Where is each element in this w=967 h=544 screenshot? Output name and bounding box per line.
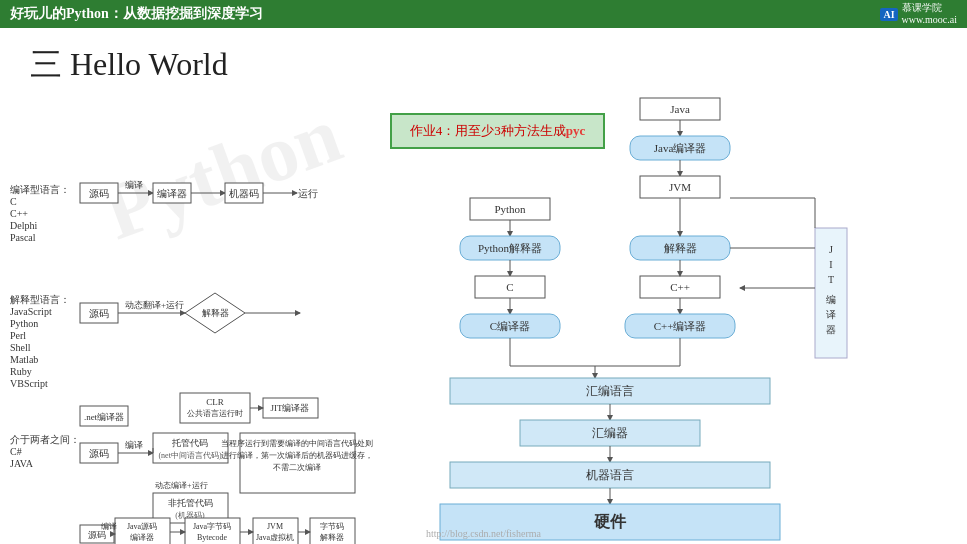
svg-text:T: T — [828, 274, 834, 285]
svg-text:字节码: 字节码 — [320, 522, 344, 531]
svg-text:C#: C# — [10, 446, 22, 457]
svg-text:JAVA: JAVA — [10, 458, 34, 469]
assignment-box: 作业4：用至少3种方法生成pyc — [390, 113, 605, 149]
svg-text:源码: 源码 — [89, 188, 109, 199]
svg-text:编译: 编译 — [125, 440, 143, 450]
svg-text:公共语言运行时: 公共语言运行时 — [187, 409, 243, 418]
svg-text:Delphi: Delphi — [10, 220, 37, 231]
svg-text:Python: Python — [10, 318, 38, 329]
bottom-watermark: http://blog.csdn.net/fisherma — [426, 528, 541, 539]
svg-text:编: 编 — [826, 294, 836, 305]
svg-text:Java源码: Java源码 — [127, 522, 157, 531]
assignment-text: 作业4：用至少3种方法生成 — [410, 122, 566, 140]
svg-text:Matlab: Matlab — [10, 354, 38, 365]
main-content: Python 三 Hello World 作业4：用至少3种方法生成pyc 编译… — [0, 28, 967, 544]
svg-text:C++编译器: C++编译器 — [654, 320, 707, 332]
svg-text:机器码: 机器码 — [229, 188, 259, 199]
svg-text:I: I — [829, 259, 832, 270]
svg-text:C: C — [10, 196, 17, 207]
svg-text:C编译器: C编译器 — [490, 320, 530, 332]
svg-text:编译器: 编译器 — [130, 533, 154, 542]
svg-text:C++: C++ — [670, 281, 690, 293]
svg-text:不需二次编译: 不需二次编译 — [273, 463, 321, 472]
svg-text:JavaScript: JavaScript — [10, 306, 52, 317]
svg-text:动态编译+运行: 动态编译+运行 — [155, 481, 208, 490]
svg-text:JVM: JVM — [267, 522, 283, 531]
logo-text: 慕课学院 www.mooc.ai — [902, 2, 957, 26]
svg-text:机器语言: 机器语言 — [586, 468, 634, 482]
svg-text:Perl: Perl — [10, 330, 26, 341]
svg-text:解释器: 解释器 — [664, 242, 697, 254]
right-chart-svg: Java Java编译器 JVM Python Python解释器 解释器 C — [420, 88, 940, 544]
svg-text:Java编译器: Java编译器 — [654, 142, 707, 154]
svg-text:J: J — [829, 244, 833, 255]
compiled-lang-label: 编译型语言： — [10, 184, 70, 195]
svg-text:介于两者之间：: 介于两者之间： — [10, 434, 80, 445]
svg-text:Java字节码: Java字节码 — [193, 522, 231, 531]
top-bar: 好玩儿的Python：从数据挖掘到深度学习 AI 慕课学院 www.mooc.a… — [0, 0, 967, 28]
svg-text:编译: 编译 — [125, 180, 143, 190]
assignment-highlight: pyc — [566, 123, 586, 139]
svg-text:Shell: Shell — [10, 342, 31, 353]
svg-text:汇编器: 汇编器 — [592, 426, 628, 440]
svg-text:汇编语言: 汇编语言 — [586, 384, 634, 398]
left-chart-svg: 编译型语言： C C++ Delphi Pascal 源码 编译 编译器 机器码… — [5, 88, 425, 544]
logo-icon: AI — [880, 8, 897, 21]
logo-area: AI 慕课学院 www.mooc.ai — [880, 2, 957, 26]
svg-text:解释型语言：: 解释型语言： — [10, 294, 70, 305]
top-bar-title: 好玩儿的Python：从数据挖掘到深度学习 — [10, 5, 263, 23]
svg-text:JVM: JVM — [669, 181, 691, 193]
svg-text:源码: 源码 — [89, 448, 109, 459]
svg-text:译: 译 — [826, 309, 836, 320]
svg-text:Java虚拟机: Java虚拟机 — [256, 533, 294, 542]
svg-text:动态翻译+运行: 动态翻译+运行 — [125, 300, 184, 310]
page-heading: 三 Hello World — [30, 43, 228, 87]
svg-text:托管代码: 托管代码 — [171, 438, 208, 448]
svg-text:器: 器 — [826, 324, 836, 335]
svg-text:VBScript: VBScript — [10, 378, 48, 389]
svg-text:C: C — [506, 281, 513, 293]
svg-text:源码: 源码 — [89, 308, 109, 319]
svg-text:编译: 编译 — [101, 522, 117, 531]
svg-text:Bytecode: Bytecode — [197, 533, 228, 542]
svg-text:JIT编译器: JIT编译器 — [271, 403, 310, 413]
svg-text:源码: 源码 — [88, 530, 106, 540]
svg-text:硬件: 硬件 — [593, 513, 627, 530]
svg-text:.net编译器: .net编译器 — [84, 412, 124, 422]
svg-text:当程序运行到需要编译的中间语言代码处则: 当程序运行到需要编译的中间语言代码处则 — [221, 439, 373, 448]
svg-text:Java: Java — [670, 103, 690, 115]
svg-text:解释器: 解释器 — [202, 308, 229, 318]
svg-text:进行编译，第一次编译后的机器码进缓存，: 进行编译，第一次编译后的机器码进缓存， — [221, 451, 373, 460]
svg-text:非托管代码: 非托管代码 — [168, 498, 213, 508]
svg-text:(net中间语言代码): (net中间语言代码) — [158, 451, 221, 460]
svg-text:C++: C++ — [10, 208, 28, 219]
svg-text:运行: 运行 — [298, 188, 318, 199]
svg-text:Pascal: Pascal — [10, 232, 36, 243]
svg-text:Python: Python — [494, 203, 526, 215]
svg-text:Python解释器: Python解释器 — [478, 242, 542, 254]
svg-text:编译器: 编译器 — [157, 188, 187, 199]
svg-text:CLR: CLR — [206, 397, 224, 407]
svg-text:解释器: 解释器 — [320, 533, 344, 542]
svg-text:Ruby: Ruby — [10, 366, 32, 377]
